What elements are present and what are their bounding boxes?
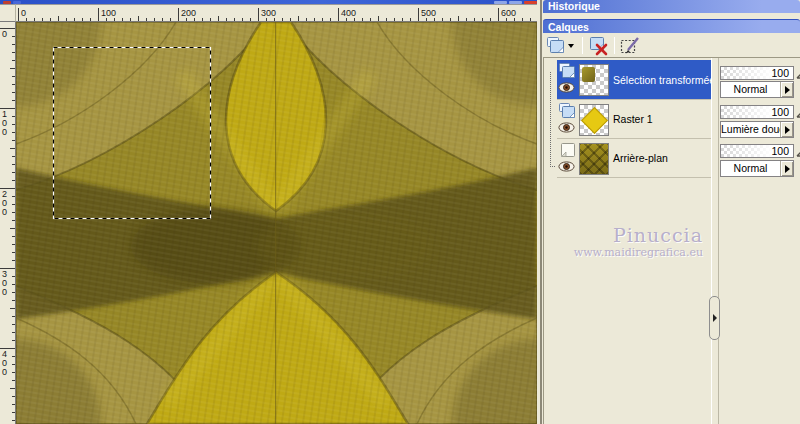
historique-title: Historique [548, 0, 600, 12]
panel-splitter[interactable] [711, 58, 719, 424]
raster-layer-icon [558, 70, 578, 82]
delete-layer-button[interactable] [588, 36, 612, 56]
gold-kaleidoscope-image [16, 22, 537, 424]
ruler-label: 0 [2, 30, 7, 39]
calques-palette-header[interactable]: Calques [543, 19, 800, 33]
selection-content-thumb [582, 67, 595, 82]
ruler-label: 500 [421, 9, 436, 18]
toolbar-separator [582, 37, 583, 54]
raster-layer-icon [558, 110, 578, 122]
layer-thumbnail[interactable] [579, 143, 609, 175]
ruler-label: 400 [341, 9, 356, 18]
layer-name: Arrière-plan [613, 152, 668, 164]
watermark-url: www.maidiregrafica.eu [574, 246, 703, 259]
opacity-slider-icon[interactable] [796, 145, 800, 157]
right-arrow-icon [785, 126, 790, 134]
blend-dropdown-button[interactable] [780, 82, 793, 97]
blend-mode-value: Normal [721, 82, 780, 97]
layer-name: Raster 1 [613, 113, 653, 125]
opacity-slider-icon[interactable] [796, 106, 800, 118]
ruler-label: 0 [2, 368, 7, 377]
blend-dropdown-button[interactable] [780, 122, 793, 137]
window-edge [540, 0, 542, 424]
blend-mode-dropdown[interactable]: Lumière douce [720, 121, 794, 138]
diamond-thumb [581, 107, 608, 134]
ruler-label: 300 [261, 9, 276, 18]
opacity-value: 100 [771, 106, 789, 118]
historique-palette-header[interactable]: Historique [543, 0, 800, 13]
blend-mode-dropdown[interactable]: Normal [720, 160, 794, 177]
layer-row-2[interactable]: Raster 1 [557, 100, 711, 139]
panel-collapse-handle[interactable] [709, 296, 720, 340]
collapse-arrow-icon [713, 314, 717, 322]
right-arrow-icon [785, 86, 790, 94]
blend-mode-value: Lumière douce [721, 122, 780, 137]
blend-dropdown-button[interactable] [780, 161, 793, 176]
ruler-label: 600 [501, 9, 516, 18]
blend-mode-dropdown[interactable]: Normal [720, 81, 794, 98]
layer-visibility-eye-icon[interactable] [558, 82, 575, 95]
layer-opacity-field[interactable]: 100 [720, 66, 794, 80]
layer-opacity-field[interactable]: 100 [720, 105, 794, 119]
ruler-label: 100 [101, 9, 116, 18]
vertical-ruler: 0100200300400 [0, 22, 16, 424]
layer-visibility-eye-icon[interactable] [558, 161, 575, 174]
layer-row-3[interactable]: Arrière-plan [557, 139, 711, 178]
right-arrow-icon [785, 165, 790, 173]
ruler-label: 0 [21, 9, 26, 18]
blend-mode-value: Normal [721, 161, 780, 176]
new-layer-button[interactable] [546, 36, 576, 56]
toolbar-separator [614, 37, 615, 54]
image-canvas[interactable] [16, 22, 537, 424]
layer-link-indicator [550, 166, 555, 167]
layer-opacity-field[interactable]: 100 [720, 144, 794, 158]
ruler-label: 0 [2, 288, 7, 297]
layer-name: Sélection transformée [613, 74, 715, 86]
dropdown-arrow-icon [568, 44, 574, 48]
layer-link-indicator [550, 72, 555, 167]
background-layer-icon [558, 149, 578, 161]
layer-thumbnail[interactable] [579, 104, 609, 136]
calques-title: Calques [548, 21, 589, 33]
ruler-label: 0 [2, 128, 7, 137]
ruler-label: 0 [2, 208, 7, 217]
watermark-name: Pinuccia [613, 224, 703, 246]
ruler-label: 200 [181, 9, 196, 18]
layer-thumbnail[interactable] [579, 64, 609, 96]
layer-visibility-eye-icon[interactable] [558, 122, 575, 135]
opacity-slider-icon[interactable] [796, 67, 800, 79]
opacity-value: 100 [771, 67, 789, 79]
horizontal-ruler: 0100200300400500600 [16, 4, 537, 22]
edit-selection-button[interactable] [619, 36, 643, 56]
ruler-corner [0, 4, 16, 22]
tile-seam [275, 22, 276, 424]
calques-toolbar [543, 34, 800, 58]
brush-icon [628, 38, 638, 50]
opacity-value: 100 [771, 145, 789, 157]
layer-properties-column: 100 Normal 100 Lumière douce 100 Normal [720, 58, 800, 424]
layer-row-1[interactable]: Sélection transformée [557, 60, 711, 100]
